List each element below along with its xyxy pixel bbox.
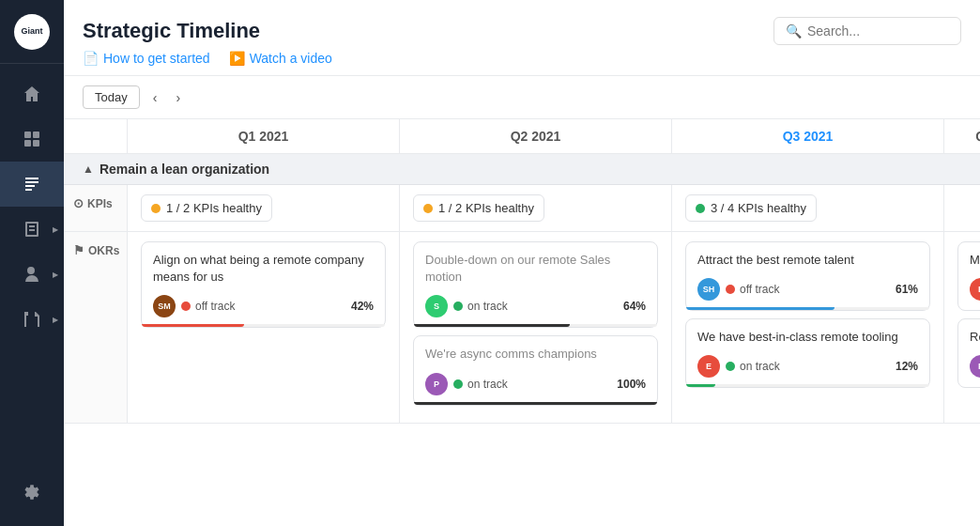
kpi-badge-q1: 1 / 2 KPIs healthy [141,194,272,222]
kpi-cell-q2: 1 / 2 KPIs healthy [400,185,672,231]
status-row-q3-0: off track [726,283,779,296]
okr-card-q3-1[interactable]: We have best-in-class remote tooling E o… [685,318,930,388]
reports-icon [23,220,41,239]
svg-rect-3 [33,140,39,147]
percent-q1-0: 42% [351,300,374,313]
progress-fill-q2-1 [414,402,657,405]
okr-card-title-q2-0: Double-down on our remote Sales motion [425,252,646,286]
kpis-text: KPIs [87,197,113,210]
sidebar-item-settings[interactable] [0,470,64,515]
okr-cell-q3: Attract the best remote talent SH off tr… [672,232,944,423]
status-label-q2-1: on track [467,378,508,391]
quarter-header-q1: Q1 2021 [128,119,400,153]
okr-card-title-q3-1: We have best-in-class remote tooling [697,329,918,346]
reports-chevron: ▶ [53,225,58,234]
prev-button[interactable]: ‹ [147,86,163,109]
progress-fill-q2-0 [414,324,570,327]
status-row-q3-1: on track [726,360,780,373]
kpi-cell-q1: 1 / 2 KPIs healthy [128,185,400,231]
watch-video-link[interactable]: ▶️ Watch a video [229,51,332,66]
next-button[interactable]: › [170,86,186,109]
kpis-label: ⊙ KPIs [64,185,128,231]
avatar-q1-0: SM [153,295,176,317]
header: Strategic Timeline 🔍 📄 How to get starte… [64,0,980,76]
okr-avatar-wrap-q3-0: SH off track [697,278,779,301]
kpis-quarters: 1 / 2 KPIs healthy 1 / 2 KPIs healthy 3 … [128,185,980,231]
page-title: Strategic Timeline [83,19,260,43]
kpi-dot-q3 [696,204,705,213]
progress-bar-q2-1 [414,402,657,405]
status-label-q2-0: on track [467,300,508,313]
logo-icon: Giant [14,14,50,50]
svg-rect-1 [33,132,39,138]
kpi-dot-q2 [423,204,433,213]
sidebar-item-strategic[interactable] [0,162,64,207]
status-dot-q3-0 [726,285,735,294]
today-button[interactable]: Today [83,85,140,109]
sidebar-bottom [0,470,64,526]
group-header-remain-lean: ▲ Remain a lean organization [64,154,980,185]
quarter-header-q2: Q2 2021 [400,119,672,153]
okr-avatar-wrap-q2-0: S on track [425,295,508,317]
okr-card-title-q3-0: Attract the best remote talent [697,252,918,269]
status-dot-q3-1 [726,362,735,371]
avatar-q2-0: S [425,295,448,317]
kpi-dot-q1 [151,204,161,213]
okr-card-footer-q3-1: E on track 12% [697,355,918,378]
kpi-label-q1: 1 / 2 KPIs healthy [166,201,262,215]
quarters-header: Q1 2021 Q2 2021 Q3 2021 Q4 2021 [64,119,980,154]
percent-q3-1: 12% [896,360,918,373]
okr-card-footer-q4-0: E none [970,278,980,301]
search-input[interactable] [807,23,949,39]
okr-card-q2-1[interactable]: We're async comms champions P on track 1… [413,335,658,405]
collapse-button[interactable]: ▲ [83,162,94,176]
okr-avatar-wrap-q2-1: P on track [425,373,508,395]
status-dot-q2-1 [453,379,463,389]
flag-icon: ⚑ [73,243,84,257]
progress-bar-q1-0 [142,324,385,327]
kpi-cell-q3: 3 / 4 KPIs healthy [672,185,944,231]
book-icon: 📄 [83,51,99,66]
percent-q3-0: 61% [896,283,918,296]
kpi-badge-q3: 3 / 4 KPIs healthy [685,194,817,222]
status-row-q1-0: off track [181,300,235,313]
sidebar-item-dashboard[interactable] [0,116,64,162]
sidebar-item-docs[interactable]: ▶ [0,297,64,342]
avatar-q3-1: E [697,355,720,378]
okr-card-title-q4-1: Revise our j... [970,329,980,346]
okr-card-title-q4-0: Make our sy... reliably [970,252,980,269]
progress-bar-q3-0 [686,307,929,310]
okr-cell-q4: Make our sy... reliably E none [944,232,980,423]
status-dot-q2-0 [453,302,463,311]
okr-card-q2-0[interactable]: Double-down on our remote Sales motion S… [413,241,658,328]
okr-card-q3-0[interactable]: Attract the best remote talent SH off tr… [685,241,930,311]
sidebar-item-users[interactable]: ▶ [0,252,64,297]
kpi-label-q2: 1 / 2 KPIs healthy [438,201,534,215]
home-icon [23,85,41,103]
okrs-section-row: ⚑ OKRs Align on what being a remote comp… [64,232,980,424]
users-icon [23,265,41,284]
status-label-q3-0: off track [740,283,779,296]
get-started-link[interactable]: 📄 How to get started [83,51,210,66]
kpis-section-row: ⊙ KPIs 1 / 2 KPIs healthy 1 / 2 KPIs hea… [64,185,980,232]
search-bar[interactable]: 🔍 [773,17,961,45]
avatar-q2-1: P [425,373,448,395]
timeline-controls: Today ‹ › [64,76,980,119]
kpi-label-q3: 3 / 4 KPIs healthy [711,201,806,215]
avatar-q4-0: E [970,278,980,301]
okr-card-q1-0[interactable]: Align on what being a remote company mea… [141,241,386,328]
okr-card-q4-1[interactable]: Revise our j... P none [957,318,980,388]
okrs-text: OKRs [88,244,119,257]
main-content: Strategic Timeline 🔍 📄 How to get starte… [64,0,980,526]
sidebar-item-home[interactable] [0,71,64,116]
header-top: Strategic Timeline 🔍 [83,17,961,45]
okr-avatar-wrap-q4-0: E none [970,278,980,301]
users-chevron: ▶ [53,271,58,279]
progress-fill-q1-0 [142,324,244,327]
timeline-area: Q1 2021 Q2 2021 Q3 2021 Q4 2021 ▲ Remain… [64,119,980,526]
watch-video-label: Watch a video [250,51,332,66]
okr-card-q4-0[interactable]: Make our sy... reliably E none [957,241,980,311]
okr-card-title-q1-0: Align on what being a remote company mea… [153,252,374,286]
percent-q2-0: 64% [623,300,646,313]
sidebar-item-reports[interactable]: ▶ [0,207,64,252]
